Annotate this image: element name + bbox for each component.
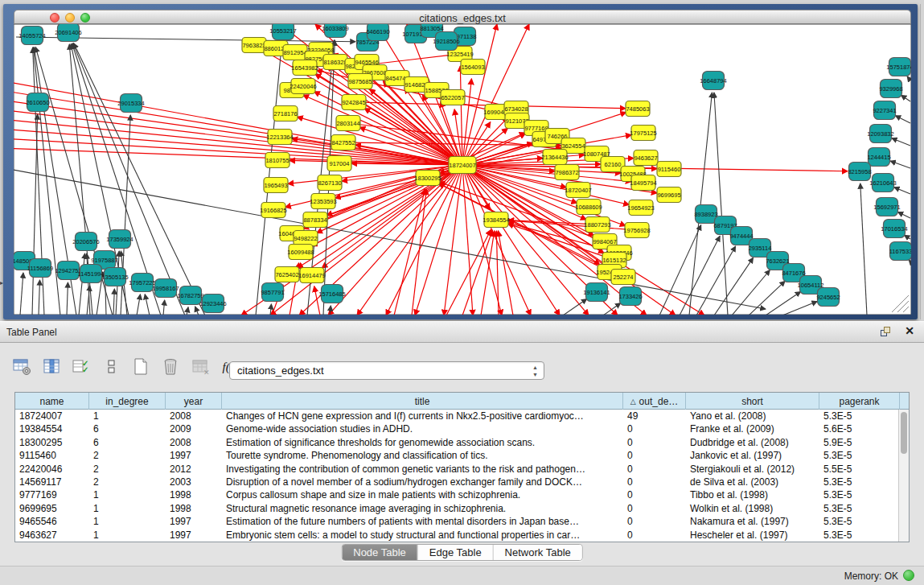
graph-node[interactable]: 19958167 [152, 279, 179, 298]
memory-ok-icon[interactable] [903, 570, 914, 581]
graph-node[interactable]: 11156869 [27, 259, 53, 278]
graph-node[interactable]: 1965493 [264, 178, 288, 193]
graph-node[interactable]: 22420046 [290, 79, 316, 94]
table-row[interactable]: 1456911722003Disruption of a novel membe… [15, 476, 909, 488]
column-header-short[interactable]: short [686, 393, 819, 410]
table-mode-button[interactable] [101, 355, 123, 379]
graph-node[interactable]: 13505135 [101, 268, 128, 286]
table-scrollbar[interactable] [898, 410, 909, 542]
graph-node[interactable]: 18807293 [584, 217, 610, 233]
table-row[interactable]: 969969511998Structural magnetic resonanc… [15, 502, 909, 515]
graph-node[interactable]: 16210643 [869, 174, 896, 192]
graph-node[interactable]: 2610650 [26, 93, 49, 112]
table-row[interactable]: 1938455462009Genome-wide association stu… [15, 422, 909, 435]
graph-node[interactable]: 18300295 [414, 171, 441, 186]
graph-node[interactable]: 1564093 [461, 60, 485, 75]
graph-node[interactable]: 19654923 [627, 200, 654, 216]
network-view-window[interactable]: citations_edges.txt 18724007796382288601… [3, 4, 918, 319]
graph-node[interactable]: 20691406 [55, 24, 81, 42]
graph-node[interactable]: 9329968 [879, 80, 902, 98]
delete-column-button[interactable] [160, 355, 183, 379]
table-row[interactable]: 1830029562008Estimation of significance … [15, 436, 909, 449]
window-titlebar[interactable]: citations_edges.txt [14, 10, 911, 24]
graph-node[interactable]: 9463627 [634, 150, 658, 166]
graph-node[interactable]: 7485063 [626, 101, 650, 117]
graph-node[interactable]: 19136141 [583, 283, 610, 302]
graph-node[interactable]: 9227341 [873, 101, 896, 120]
graph-node[interactable]: 7963822 [242, 38, 266, 53]
graph-node[interactable]: 8912954 [283, 45, 307, 60]
graph-node[interactable]: 16648794 [700, 72, 726, 90]
table-scrollbar-thumb[interactable] [901, 412, 907, 454]
graph-node[interactable]: 6466190 [366, 24, 389, 41]
graph-node[interactable]: 8878334 [303, 212, 327, 228]
graph-node[interactable]: 19218506 [433, 32, 459, 51]
table-row[interactable]: 946362711997Embryonic stem cells: a mode… [15, 529, 909, 542]
graph-node[interactable]: 1167533 [889, 242, 911, 261]
graph-node[interactable]: 9245652 [816, 288, 840, 307]
row-selection-button[interactable]: ✓✓ [71, 355, 93, 379]
graph-node[interactable]: 10553217 [269, 24, 296, 40]
graph-node[interactable]: 29015334 [117, 94, 144, 113]
graph-node[interactable]: 15692971 [873, 198, 900, 216]
graph-node[interactable]: 16914479 [298, 268, 325, 283]
graph-node[interactable]: 17975125 [630, 126, 656, 141]
close-panel-icon[interactable]: ✕ [905, 324, 914, 337]
graph-node[interactable]: 16543982 [291, 60, 318, 76]
table-row[interactable]: 2242004622012Investigating the contribut… [15, 463, 909, 476]
column-header-pagerank[interactable]: pagerank [819, 393, 900, 410]
create-column-button[interactable] [130, 355, 153, 379]
graph-node[interactable]: 8427552 [331, 135, 355, 150]
column-header-title[interactable]: title [222, 393, 623, 410]
delete-table-disabled-button[interactable]: ✕ [190, 355, 212, 379]
graph-node[interactable]: 19384554 [483, 212, 509, 228]
graph-node[interactable]: 9115460 [657, 162, 681, 177]
graph-node[interactable]: 9857791 [261, 283, 284, 302]
network-canvas[interactable]: 1872400779638228860128891295423226058982… [14, 24, 911, 315]
graph-node[interactable]: 16099488 [287, 245, 314, 260]
table-row[interactable]: 911546021997Tourette syndrome. Phenomeno… [15, 449, 909, 462]
graph-node[interactable]: 252274 [611, 270, 635, 285]
graph-node[interactable]: 7986372 [555, 165, 579, 180]
graph-node[interactable]: 12093832 [867, 125, 893, 143]
graph-node[interactable]: 8186328 [323, 55, 347, 70]
graph-node[interactable]: 18724007 [449, 157, 476, 174]
graph-node[interactable]: 15751874 [886, 58, 911, 76]
graph-node[interactable]: 9699695 [657, 187, 681, 203]
table-selector[interactable]: citations_edges.txt ▲▼ [229, 361, 544, 380]
column-header-year[interactable]: year [166, 393, 222, 410]
graph-node[interactable]: 15716485 [318, 285, 345, 303]
column-header-name[interactable]: name [15, 393, 89, 410]
graph-node[interactable]: 917004 [327, 156, 351, 171]
table-row[interactable]: 946554611997Estimation of the future num… [15, 515, 909, 528]
graph-node[interactable]: 19756928 [623, 223, 650, 238]
float-panel-icon[interactable] [881, 327, 892, 338]
graph-node[interactable]: 2718176 [273, 106, 298, 122]
graph-node[interactable]: 18495794 [630, 175, 656, 191]
graph-node[interactable]: 9242845 [342, 95, 366, 110]
graph-node[interactable]: 19166825 [260, 203, 286, 218]
graph-node[interactable]: 12353593 [310, 194, 336, 209]
graph-node[interactable]: 11451994 [78, 265, 105, 283]
column-header-in_degree[interactable]: in_degree [89, 393, 166, 410]
graph-node[interactable]: 8215958 [848, 163, 871, 181]
graph-node[interactable]: 16033809 [322, 24, 348, 38]
graph-node[interactable]: 9875685 [348, 74, 372, 89]
graph-node[interactable]: 10688609 [575, 200, 602, 215]
graph-node[interactable]: 8267130 [318, 175, 342, 191]
tab-network-table[interactable]: Network Table [494, 545, 582, 560]
graph-node[interactable]: 9498222 [294, 231, 318, 246]
graph-node[interactable]: 1810755 [265, 153, 290, 168]
graph-node[interactable]: 18720407 [565, 183, 591, 198]
tab-edge-table[interactable]: Edge Table [418, 545, 494, 560]
panel-collapse-arrow[interactable]: ▸ [0, 280, 3, 286]
graph-node[interactable]: 1244415 [867, 148, 890, 167]
table-row[interactable]: 977716911998Corpus callosum shape and si… [15, 488, 909, 501]
graph-node[interactable]: 2803144 [336, 116, 360, 131]
graph-node[interactable]: 17359924 [106, 230, 133, 249]
column-visibility-button[interactable] [41, 355, 64, 379]
graph-node[interactable]: 20206576 [72, 233, 99, 251]
column-header-out_de[interactable]: △out_de… [623, 393, 686, 410]
graph-node[interactable]: 12213364 [266, 130, 293, 145]
graph-node[interactable]: 6522057 [441, 90, 465, 105]
